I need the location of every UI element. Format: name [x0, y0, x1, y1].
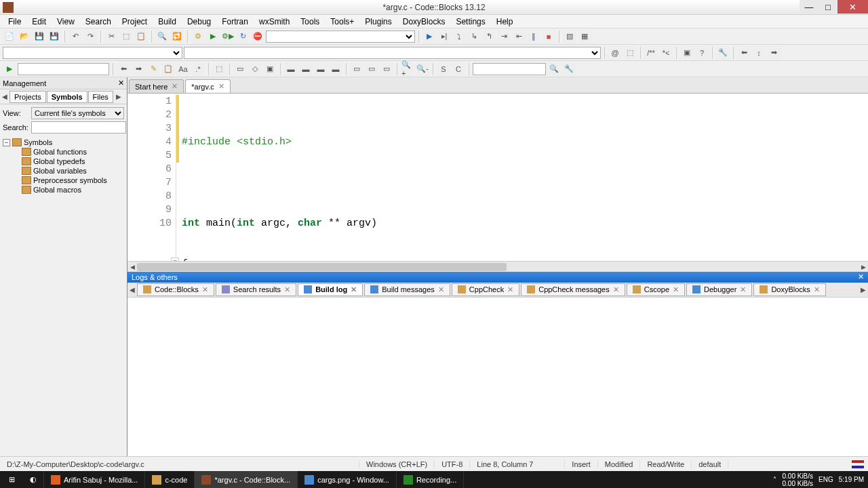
build-target-select[interactable] [266, 30, 415, 43]
info-icon[interactable]: ▦ [578, 30, 591, 43]
text-icon[interactable]: ▣ [263, 62, 277, 76]
zoom-out-icon[interactable]: 🔍- [416, 62, 429, 76]
mgmt-tab-left-icon[interactable]: ◀ [0, 93, 9, 100]
menu-fortran[interactable]: Fortran [216, 16, 254, 28]
close-icon[interactable]: ✕ [438, 285, 444, 294]
management-close-icon[interactable]: ✕ [118, 79, 124, 87]
menu-settings[interactable]: Settings [450, 16, 490, 28]
tree-global-functions[interactable]: Global functions [3, 147, 124, 157]
logs-close-icon[interactable]: ✕ [858, 272, 864, 281]
zoom-in-icon[interactable]: 🔍+ [401, 62, 414, 76]
code-editor[interactable]: 12345678910 #include <stdio.h> int main(… [127, 94, 868, 261]
return-icon[interactable]: ▭ [380, 62, 393, 76]
menu-doxyblocks[interactable]: DoxyBlocks [397, 16, 451, 28]
close-tab-icon[interactable]: ✕ [218, 82, 224, 91]
scope-select[interactable] [3, 47, 182, 59]
do-icon[interactable]: ▬ [329, 62, 342, 76]
rebuild-icon[interactable]: ↻ [236, 30, 250, 43]
tab-argv-c[interactable]: *argv.c✕ [185, 79, 230, 93]
instruction-icon[interactable]: ▭ [233, 62, 247, 76]
nav-jump-icon[interactable]: ↕ [752, 46, 766, 60]
tree-global-macros[interactable]: Global macros [3, 185, 124, 195]
close-icon[interactable]: ✕ [202, 285, 208, 294]
c-icon[interactable]: C [452, 62, 465, 76]
doxy2-icon[interactable]: ⬚ [623, 46, 637, 60]
highlight-icon[interactable]: ✎ [146, 62, 160, 76]
menu-file[interactable]: File [3, 16, 26, 28]
menu-wxsmith[interactable]: wxSmith [254, 16, 295, 28]
s-icon[interactable]: S [437, 62, 450, 76]
log-tab-buildmsg[interactable]: Build messages✕ [364, 283, 450, 296]
step-out-icon[interactable]: ↰ [482, 30, 496, 43]
paste-icon[interactable]: 📋 [134, 30, 148, 43]
nav-back-icon[interactable]: ⬅ [737, 46, 751, 60]
menu-view[interactable]: View [52, 16, 80, 28]
menu-build[interactable]: Build [153, 16, 182, 28]
step-instr-icon[interactable]: ⇤ [512, 30, 526, 43]
jump-back-icon[interactable]: ⬅ [117, 62, 130, 76]
close-icon[interactable]: ✕ [740, 285, 746, 294]
comment-line-icon[interactable]: *< [659, 46, 673, 60]
comment-block-icon[interactable]: /** [644, 46, 658, 60]
save-icon[interactable]: 💾 [33, 30, 46, 43]
menu-tools[interactable]: Tools [295, 16, 325, 28]
cond-icon[interactable]: ▬ [284, 62, 298, 76]
run-icon[interactable]: ▶ [206, 30, 220, 43]
stop-debug-icon[interactable]: ■ [542, 30, 555, 43]
clipboard-icon[interactable]: 📋 [161, 62, 175, 76]
next-line-icon[interactable]: ⤵ [452, 30, 466, 43]
cont-icon[interactable]: ▭ [365, 62, 378, 76]
select-icon[interactable]: ⬚ [212, 62, 226, 76]
jump-fwd-icon[interactable]: ➡ [132, 62, 145, 76]
scroll-thumb[interactable] [137, 263, 507, 271]
menu-toolsplus[interactable]: Tools+ [325, 16, 359, 28]
tab-symbols[interactable]: Symbols [47, 91, 87, 103]
break-icon[interactable]: ‖ [527, 30, 540, 43]
logs-left-icon[interactable]: ◀ [127, 286, 137, 293]
search-opts-icon[interactable]: 🔧 [562, 62, 576, 76]
step-into-icon[interactable]: ↳ [467, 30, 481, 43]
tree-preprocessor[interactable]: Preprocessor symbols [3, 176, 124, 185]
next-instr-icon[interactable]: ⇥ [497, 30, 511, 43]
break-block-icon[interactable]: ▭ [350, 62, 363, 76]
tab-files[interactable]: Files [88, 91, 113, 103]
close-icon[interactable]: ✕ [284, 285, 290, 294]
log-tab-buildlog[interactable]: Build log✕ [298, 283, 363, 296]
log-tab-debugger[interactable]: Debugger✕ [686, 283, 752, 296]
close-button[interactable]: ✕ [837, 0, 868, 14]
replace-icon[interactable]: 🔁 [170, 30, 184, 43]
log-tab-cscope[interactable]: Cscope✕ [627, 283, 685, 296]
taskbar-firefox[interactable]: Arifin Sabuj - Mozilla... [44, 471, 145, 488]
taskbar-folder[interactable]: c-code [145, 471, 195, 488]
decision-icon[interactable]: ◇ [248, 62, 262, 76]
view-select[interactable]: Current file's symbols [31, 107, 124, 119]
log-tab-doxy[interactable]: DoxyBlocks✕ [753, 283, 825, 296]
nav-fwd-icon[interactable]: ➡ [767, 46, 781, 60]
logs-right-icon[interactable]: ▶ [859, 286, 868, 293]
log-tab-cppcheck[interactable]: CppCheck✕ [452, 283, 519, 296]
doxy-run-icon[interactable]: ▣ [680, 46, 694, 60]
close-icon[interactable]: ✕ [673, 285, 679, 294]
regex-icon[interactable]: .* [191, 62, 205, 76]
menu-help[interactable]: Help [491, 16, 519, 28]
doxy-chm-icon[interactable]: ? [695, 46, 709, 60]
close-icon[interactable]: ✕ [613, 285, 619, 294]
tree-global-typedefs[interactable]: Global typedefs [3, 157, 124, 166]
symbol-search-input[interactable] [31, 121, 126, 134]
function-select[interactable] [184, 47, 601, 59]
script-input[interactable] [18, 63, 109, 75]
system-tray[interactable]: ˄ 0.00 KiB/s0.00 KiB/s ENG 5:19 PM [769, 472, 868, 487]
new-file-icon[interactable]: 📄 [3, 30, 16, 43]
log-tab-codeblocks[interactable]: Code::Blocks✕ [137, 283, 214, 296]
build-icon[interactable]: ⚙ [191, 30, 205, 43]
tab-start-here[interactable]: Start here✕ [129, 79, 184, 93]
maximize-button[interactable]: □ [818, 0, 837, 14]
run-to-cursor-icon[interactable]: ▸| [437, 30, 451, 43]
open-file-icon[interactable]: 📂 [18, 30, 31, 43]
search-go-icon[interactable]: 🔍 [547, 62, 561, 76]
menu-project[interactable]: Project [117, 16, 153, 28]
log-tab-search[interactable]: Search results✕ [216, 283, 296, 296]
code-content[interactable]: #include <stdio.h> int main(int argc, ch… [176, 94, 868, 261]
tray-lang[interactable]: ENG [818, 476, 833, 483]
log-tab-cppcheckmsg[interactable]: CppCheck messages✕ [521, 283, 625, 296]
